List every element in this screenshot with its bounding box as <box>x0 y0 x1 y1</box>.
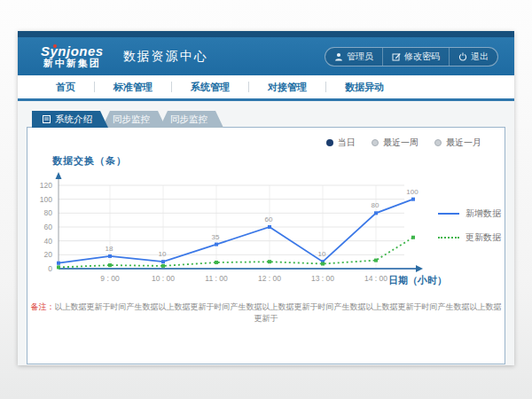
tab-system-intro[interactable]: 系统介绍 <box>32 111 108 128</box>
legend-line-dotted-swatch <box>438 237 459 239</box>
filter-option-last-month[interactable]: 最近一月 <box>434 137 481 149</box>
radio-unselected-icon <box>434 139 442 146</box>
chart-legend: 新增数据 更新数据 <box>438 207 501 255</box>
chart-y-axis-title: 数据交换（条） <box>52 154 127 168</box>
svg-text:100: 100 <box>40 195 52 204</box>
filter-option-label: 最近一周 <box>383 137 419 149</box>
app-window: Synjones 新中新集团 数据资源中心 管理员 修改密码 退出 <box>18 31 514 365</box>
svg-text:80: 80 <box>372 201 379 209</box>
tab-sync-monitor-2[interactable]: 同步监控 <box>160 111 223 128</box>
logout-label: 退出 <box>471 51 489 63</box>
app-header: Synjones 新中新集团 数据资源中心 管理员 修改密码 退出 <box>18 37 514 75</box>
svg-text:0: 0 <box>48 264 52 273</box>
svg-text:日期（小时）: 日期（小时） <box>388 275 447 286</box>
svg-text:80: 80 <box>44 208 53 217</box>
radio-selected-icon <box>326 139 333 146</box>
brand-company: 新中新集团 <box>41 59 104 69</box>
line-chart: 0204060801001209 : 0010 : 0011 : 0012 : … <box>36 168 453 301</box>
page-title: 数据资源中心 <box>123 49 208 65</box>
svg-text:10 : 00: 10 : 00 <box>152 274 175 283</box>
svg-text:9 : 00: 9 : 00 <box>100 274 120 283</box>
footnote: 备注：以上数据更新于时间产生数据以上数据更新于时间产生数据以上数据更新于时间产生… <box>27 301 505 325</box>
edit-icon <box>392 52 401 61</box>
tab-label: 系统介绍 <box>55 113 92 126</box>
svg-text:100: 100 <box>406 188 419 196</box>
nav-item-standard-mgmt[interactable]: 标准管理 <box>95 81 171 94</box>
content-panel: 当日 最近一周 最近一月 数据交换（条） 0204060801001209 : … <box>27 127 505 364</box>
tab-label: 同步监控 <box>113 113 150 126</box>
main-nav: 首页 标准管理 系统管理 对接管理 数据异动 <box>18 75 514 98</box>
brand-logo: Synjones 新中新集团 <box>41 44 104 68</box>
svg-text:10: 10 <box>318 250 326 258</box>
svg-text:12 : 00: 12 : 00 <box>258 274 281 283</box>
tab-sync-monitor-1[interactable]: 同步监控 <box>102 111 166 128</box>
filter-option-label: 最近一月 <box>446 137 481 149</box>
window-top-strip <box>18 31 514 37</box>
svg-text:60: 60 <box>265 215 273 223</box>
brand-red-dot <box>53 44 57 48</box>
tab-bar: 系统介绍 同步监控 同步监控 <box>32 111 223 128</box>
power-icon <box>458 52 467 61</box>
svg-text:40: 40 <box>44 237 53 246</box>
svg-text:13 : 00: 13 : 00 <box>311 274 334 283</box>
user-menu-button[interactable]: 管理员 <box>325 48 382 66</box>
svg-text:20: 20 <box>44 250 53 259</box>
change-password-button[interactable]: 修改密码 <box>382 48 449 66</box>
legend-label: 更新数据 <box>466 231 501 244</box>
svg-text:10: 10 <box>159 250 167 258</box>
filter-option-label: 当日 <box>338 137 356 149</box>
svg-text:120: 120 <box>40 181 52 190</box>
radio-unselected-icon <box>372 139 379 146</box>
logout-button[interactable]: 退出 <box>449 48 497 66</box>
nav-item-interface-mgmt[interactable]: 对接管理 <box>249 81 325 94</box>
header-actions: 管理员 修改密码 退出 <box>325 47 498 66</box>
svg-text:35: 35 <box>212 233 220 241</box>
svg-text:18: 18 <box>106 245 113 253</box>
document-icon <box>43 114 51 125</box>
footnote-prefix: 备注： <box>31 302 55 311</box>
svg-text:14 : 00: 14 : 00 <box>364 274 387 283</box>
legend-item-updated-data: 更新数据 <box>438 231 501 244</box>
svg-text:60: 60 <box>44 223 53 231</box>
svg-text:11 : 00: 11 : 00 <box>205 274 228 283</box>
user-icon <box>334 52 343 61</box>
filter-option-last-week[interactable]: 最近一周 <box>372 137 419 149</box>
change-password-label: 修改密码 <box>404 51 440 63</box>
legend-label: 新增数据 <box>466 207 501 220</box>
tab-label: 同步监控 <box>170 113 207 126</box>
legend-line-solid-swatch <box>438 213 459 215</box>
user-menu-label: 管理员 <box>347 51 373 63</box>
nav-item-home[interactable]: 首页 <box>37 81 94 94</box>
legend-item-new-data: 新增数据 <box>438 207 501 220</box>
filter-option-today[interactable]: 当日 <box>326 137 356 149</box>
brand-name: Synjones <box>41 44 104 59</box>
time-range-filter: 当日 最近一周 最近一月 <box>326 137 481 149</box>
footnote-text: 以上数据更新于时间产生数据以上数据更新于时间产生数据以上数据更新于时间产生数据以… <box>55 302 502 323</box>
nav-item-system-mgmt[interactable]: 系统管理 <box>172 81 248 94</box>
content-area: 系统介绍 同步监控 同步监控 当日 最近一周 <box>18 101 514 365</box>
nav-item-data-change[interactable]: 数据异动 <box>326 81 403 94</box>
